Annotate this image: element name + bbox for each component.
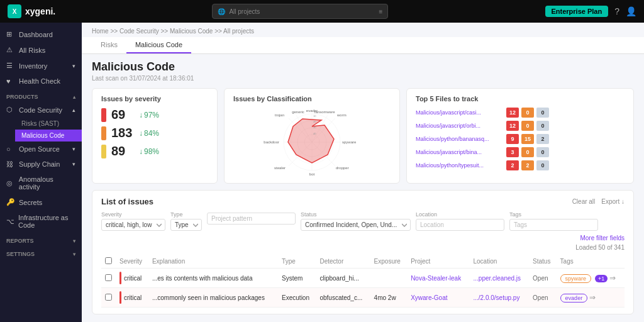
sidebar-item-code-security[interactable]: ⬡ Code Security ▴ bbox=[0, 102, 82, 118]
list-header: List of issues Clear all Export ↓ bbox=[101, 197, 625, 206]
row1-project-link[interactable]: Xyware-Goat bbox=[411, 294, 465, 301]
dashboard-icon: ⊞ bbox=[6, 30, 15, 38]
menu-icon: ≡ bbox=[379, 8, 383, 15]
page-subtitle: Last scan on 31/07/2024 at 18:36:01 bbox=[92, 75, 634, 82]
tab-malicious-code[interactable]: Malicious Code bbox=[126, 37, 191, 53]
sidebar-item-risks-sast[interactable]: Risks (SAST) bbox=[15, 118, 82, 130]
row1-exposure: 4mo 2w bbox=[370, 288, 408, 308]
file-badge-gray-2: 2 bbox=[536, 134, 549, 144]
table-row: critical ...commonly seen in malicious p… bbox=[101, 288, 625, 308]
row0-project-link[interactable]: Nova-Stealer-leak bbox=[411, 275, 465, 282]
sidebar-label-health-check: Health Check bbox=[19, 77, 60, 85]
sidebar-section-reports: REPORTS ▾ bbox=[0, 233, 82, 246]
row1-checkbox[interactable] bbox=[105, 294, 112, 301]
low-trend-value: 98% bbox=[144, 147, 159, 156]
file-row-2: Malicious/python/bananasq... 9 15 2 bbox=[416, 134, 625, 144]
row0-expand-icon[interactable]: ⇒ bbox=[609, 274, 616, 282]
select-all-checkbox[interactable] bbox=[105, 257, 112, 264]
sidebar-item-anomalous[interactable]: ◎ Anomalous activity bbox=[0, 172, 82, 194]
file-link-0[interactable]: Malicious/javascript/casi... bbox=[416, 109, 504, 116]
sidebar-item-supply-chain[interactable]: ⛓ Supply Chain ▾ bbox=[0, 157, 82, 172]
row0-checkbox[interactable] bbox=[105, 274, 112, 281]
file-row-0: Malicious/javascript/casi... 12 0 0 bbox=[416, 108, 625, 118]
severity-filter-label: Severity bbox=[101, 211, 165, 218]
low-bar bbox=[101, 145, 106, 158]
clear-all-link[interactable]: Clear all bbox=[572, 198, 596, 205]
file-link-4[interactable]: Malicious/python/typesuit... bbox=[416, 162, 504, 169]
svg-text:generic: generic bbox=[292, 110, 304, 114]
reports-chevron-icon: ▾ bbox=[73, 238, 75, 244]
severity-row-high: 183 ↓ 84% bbox=[101, 126, 208, 140]
more-filters-link[interactable]: More filter fields bbox=[101, 235, 625, 242]
sidebar-section-products: PRODUCTS ▴ bbox=[0, 89, 82, 102]
file-link-3[interactable]: Malicious/javascript/bina... bbox=[416, 149, 504, 155]
col-explanation: Explanation bbox=[148, 255, 278, 269]
sidebar-item-iac[interactable]: ⌥ Infrastructure as Code bbox=[0, 210, 82, 233]
row0-sev-dot bbox=[119, 272, 121, 284]
file-badge-orange-2: 15 bbox=[521, 134, 534, 144]
row1-location-link[interactable]: .../2.0.0/setup.py bbox=[473, 294, 525, 301]
svg-text:30: 30 bbox=[313, 126, 316, 129]
sidebar-item-health-check[interactable]: ♥ Health Check bbox=[0, 74, 82, 89]
row0-location-link[interactable]: ...pper.cleaned.js bbox=[473, 275, 525, 282]
sidebar-item-inventory[interactable]: ☰ Inventory ▾ bbox=[0, 58, 82, 74]
file-link-2[interactable]: Malicious/python/bananasq... bbox=[416, 136, 504, 142]
breadcrumb-malicious-code[interactable]: Malicious Code bbox=[170, 28, 213, 35]
products-chevron-icon: ▴ bbox=[73, 94, 75, 100]
sidebar-label-open-source: Open Source bbox=[19, 145, 60, 153]
high-count: 183 bbox=[111, 126, 134, 140]
svg-text:worm: worm bbox=[336, 113, 347, 117]
file-row-4: Malicious/python/typesuit... 2 2 0 bbox=[416, 160, 625, 170]
sidebar-item-open-source[interactable]: ○ Open Source ▾ bbox=[0, 142, 82, 157]
search-bar[interactable]: 🌐 All projects ≡ bbox=[212, 4, 388, 19]
row0-tags: spyware +1 ⇒ bbox=[557, 269, 625, 288]
file-badge-red-2: 9 bbox=[506, 134, 519, 144]
severity-row-low: 89 ↓ 98% bbox=[101, 144, 208, 158]
svg-text:bot: bot bbox=[309, 172, 315, 176]
sidebar-label-anomalous: Anomalous activity bbox=[19, 175, 75, 191]
tags-filter-input[interactable] bbox=[509, 219, 598, 231]
sidebar-item-secrets[interactable]: 🔑 Secrets bbox=[0, 194, 82, 210]
row1-status: Open bbox=[529, 288, 557, 308]
sidebar-item-dashboard[interactable]: ⊞ Dashboard bbox=[0, 26, 82, 42]
svg-text:spyware: spyware bbox=[342, 140, 357, 144]
settings-chevron-icon: ▾ bbox=[73, 252, 75, 257]
enterprise-plan-button[interactable]: Enterprise Plan bbox=[545, 6, 609, 17]
sidebar-item-malicious-code[interactable]: Malicious Code bbox=[15, 130, 82, 142]
breadcrumb-code-security[interactable]: Code Security bbox=[119, 28, 159, 35]
status-filter-select[interactable]: Confirmed Incident, Open, Und... bbox=[301, 219, 411, 231]
location-filter-group: Location bbox=[416, 211, 504, 231]
project-filter-group bbox=[207, 211, 296, 231]
col-exposure: Exposure bbox=[370, 255, 408, 269]
supply-chain-icon: ⛓ bbox=[6, 160, 15, 168]
page-title: Malicious Code bbox=[92, 60, 634, 74]
sidebar-item-all-risks[interactable]: ⚠ All Risks bbox=[0, 42, 82, 58]
topnav-right: Enterprise Plan ? 👤 bbox=[545, 6, 637, 17]
svg-text:trojan: trojan bbox=[275, 113, 284, 117]
files-card: Top 5 Files to track Malicious/javascrip… bbox=[406, 88, 634, 184]
file-badge-red-4: 2 bbox=[506, 160, 519, 170]
reports-section-label: REPORTS bbox=[6, 238, 34, 244]
breadcrumb-home[interactable]: Home bbox=[92, 28, 109, 35]
anomalous-icon: ◎ bbox=[6, 179, 15, 187]
project-filter-input[interactable] bbox=[207, 213, 296, 225]
export-link[interactable]: Export ↓ bbox=[601, 198, 625, 205]
row0-tag-spyware: spyware bbox=[560, 274, 592, 283]
tab-risks[interactable]: Risks bbox=[92, 37, 126, 53]
file-link-1[interactable]: Malicious/javascript/orbi... bbox=[416, 123, 504, 129]
severity-filter-select[interactable]: critical, high, low bbox=[101, 219, 165, 231]
sidebar-label-inventory: Inventory bbox=[19, 62, 47, 70]
sidebar-label-supply-chain: Supply Chain bbox=[19, 160, 60, 168]
svg-text:dropper: dropper bbox=[336, 166, 349, 170]
classification-card: Issues by Classification bbox=[224, 88, 400, 184]
help-icon[interactable]: ? bbox=[614, 6, 619, 16]
location-filter-input[interactable] bbox=[416, 219, 504, 231]
svg-text:ransomware: ransomware bbox=[314, 110, 335, 114]
row1-expand-icon[interactable]: ⇒ bbox=[589, 293, 596, 302]
user-icon[interactable]: 👤 bbox=[626, 6, 636, 16]
row0-type: System bbox=[278, 269, 316, 288]
supply-chain-chevron-icon: ▾ bbox=[72, 161, 75, 167]
type-filter-select[interactable]: Type bbox=[170, 219, 202, 231]
settings-section-label: SETTINGS bbox=[6, 251, 35, 257]
col-project: Project bbox=[407, 255, 469, 269]
